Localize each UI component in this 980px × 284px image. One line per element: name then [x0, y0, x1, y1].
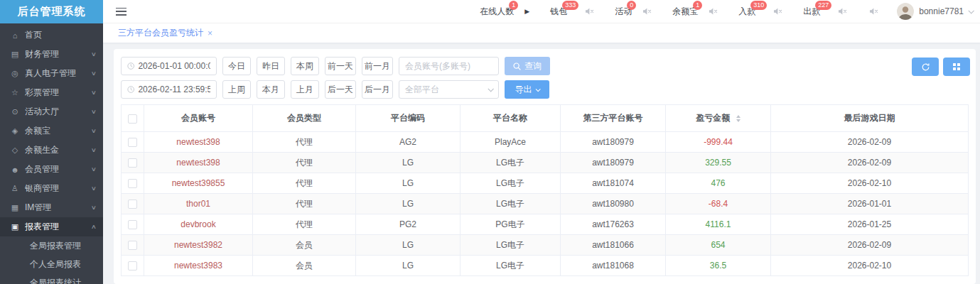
sidebar-subitem[interactable]: 全局报表管理: [0, 236, 103, 255]
row-checkbox[interactable]: [128, 200, 137, 209]
quick-range-button[interactable]: 前一天: [325, 57, 356, 75]
count-badge: 1: [693, 1, 702, 10]
sidebar-item[interactable]: ▣ 报表管理 ∧: [0, 217, 103, 236]
member-account-cell: newtest39855: [144, 173, 253, 194]
sidebar-item[interactable]: ♙ 银商管理 ∨: [0, 179, 103, 198]
member-type-cell: 会员: [253, 256, 356, 276]
sidebar-item[interactable]: ▤ 财务管理 ∨: [0, 45, 103, 64]
third-party-account-cell: awt181068: [561, 256, 666, 276]
member-account-link[interactable]: newtest39855: [172, 178, 225, 188]
search-button[interactable]: 查询: [505, 57, 550, 75]
quick-range-button[interactable]: 上月: [291, 80, 319, 99]
mute-speaker-icon[interactable]: [869, 7, 878, 16]
member-account-link[interactable]: thor01: [186, 199, 210, 209]
member-account-input[interactable]: [405, 61, 492, 71]
sidebar-subitem[interactable]: 个人全局报表: [0, 255, 103, 273]
page-content: 今日 昨日 本周 前一天 前一月: [103, 43, 980, 284]
mute-speaker-icon[interactable]: [838, 7, 847, 16]
count-badge: 1: [509, 1, 518, 10]
count-badge: 0: [627, 1, 636, 10]
last-game-date-cell: 2026-02-09: [771, 153, 969, 173]
quick-range-button[interactable]: 前一月: [362, 57, 393, 75]
third-party-account-cell: awt176263: [561, 214, 666, 235]
sidebar-item[interactable]: ☻ 会员管理 ∨: [0, 160, 103, 179]
sidebar-item[interactable]: ☆ 彩票管理 ∨: [0, 83, 103, 102]
checkbox-cell: [122, 235, 144, 256]
quick-range-button[interactable]: 本月: [257, 80, 285, 99]
profit-amount-cell: 654: [666, 235, 771, 256]
member-type-cell: 代理: [253, 153, 356, 173]
header-stat[interactable]: 入款 310: [738, 6, 782, 18]
sidebar-item[interactable]: ▦ IM管理 ∨: [0, 198, 103, 217]
export-button[interactable]: 导出: [505, 80, 549, 99]
platform-select[interactable]: 全部平台: [399, 80, 499, 99]
mute-speaker-icon[interactable]: [709, 7, 718, 16]
mute-speaker-icon[interactable]: [642, 7, 652, 16]
sidebar-item[interactable]: ◎ 真人电子管理 ∨: [0, 64, 103, 83]
header-stat[interactable]: 钱包 333: [550, 6, 594, 18]
last-game-date-cell: 2026-01-01: [771, 194, 969, 214]
table-row: newtest3982 会员 LG LG电子 awt181066 654 202…: [122, 235, 969, 256]
member-account-link[interactable]: newtest3982: [174, 240, 222, 250]
row-checkbox[interactable]: [128, 241, 137, 250]
header-stat[interactable]: 在线人数 1 ▶: [480, 6, 529, 18]
quick-range-button[interactable]: 昨日: [257, 57, 285, 75]
platform-name-cell: LG电子: [461, 173, 561, 194]
row-checkbox[interactable]: [128, 158, 137, 168]
row-checkbox[interactable]: [128, 261, 137, 271]
chevron-down-icon: [968, 8, 974, 13]
row-checkbox[interactable]: [128, 179, 137, 188]
column-settings-button[interactable]: [943, 58, 970, 76]
profit-amount-cell: -999.44: [666, 132, 771, 153]
select-all-checkbox[interactable]: [128, 114, 137, 124]
table-row: newtest398 代理 LG LG电子 awt180979 329.55 2…: [122, 153, 969, 173]
sidebar-item[interactable]: ⌂ 首页: [0, 26, 103, 45]
yue-shengjin-icon: ◇: [10, 146, 20, 155]
platform-code-cell: LG: [356, 194, 461, 214]
header-stat[interactable]: 余额宝 1: [672, 6, 718, 18]
quick-range-button[interactable]: 今日: [222, 57, 251, 75]
count-badge: 333: [562, 1, 578, 10]
header-stat[interactable]: [868, 7, 878, 16]
chevron-icon: ∨: [91, 166, 97, 173]
platform-name-cell: LG电子: [461, 194, 561, 214]
sidebar-item[interactable]: ◇ 余额生金 ∨: [0, 141, 103, 160]
tab-close-icon[interactable]: ×: [208, 28, 212, 38]
date-to-field: [121, 80, 217, 99]
quick-range-button[interactable]: 后一天: [325, 80, 356, 99]
member-type-cell: 代理: [253, 132, 356, 153]
play-icon[interactable]: ▶: [524, 8, 529, 15]
sidebar-subitem[interactable]: 全局报表统计: [0, 273, 103, 284]
header-stat[interactable]: 出款 227: [803, 6, 847, 18]
member-account-link[interactable]: devbrook: [181, 219, 215, 229]
quick-range-button[interactable]: 本周: [291, 57, 319, 75]
tab-profit-statistics[interactable]: 三方平台会员盈亏统计 ×: [118, 27, 212, 39]
mute-speaker-icon[interactable]: [585, 7, 594, 16]
sidebar-item[interactable]: ⊙ 活动大厅 ∨: [0, 102, 103, 121]
member-account-link[interactable]: newtest398: [176, 158, 220, 168]
row-checkbox[interactable]: [128, 220, 137, 229]
member-account-cell: newtest398: [144, 153, 253, 173]
platform-name-cell: PG电子: [461, 214, 561, 235]
app-window: 后台管理系统 ⌂ 首页 ▤ 财务管理 ∨ ◎ 真人电子管理 ∨: [0, 0, 980, 284]
quick-range-button[interactable]: 上周: [222, 80, 251, 99]
member-account-link[interactable]: newtest3983: [174, 261, 222, 271]
mute-speaker-icon[interactable]: [773, 7, 782, 16]
quick-range-button[interactable]: 后一月: [362, 80, 393, 99]
row-checkbox[interactable]: [128, 138, 137, 147]
third-party-account-cell: awt180979: [561, 153, 666, 173]
date-from-input[interactable]: [138, 61, 210, 71]
tab-label: 三方平台会员盈亏统计: [118, 27, 203, 39]
panel-tools: [912, 58, 970, 76]
sort-icon[interactable]: [736, 115, 741, 122]
platform-code-cell: LG: [356, 153, 461, 173]
header-stat[interactable]: 活动 0: [615, 6, 652, 18]
sidebar-item[interactable]: ◈ 余额宝 ∨: [0, 121, 103, 141]
date-to-input[interactable]: [138, 84, 210, 94]
user-menu[interactable]: bonnie7781: [897, 3, 973, 20]
refresh-button[interactable]: [912, 58, 939, 76]
menu-toggle-icon[interactable]: [116, 8, 126, 16]
member-account-link[interactable]: newtest398: [176, 137, 220, 147]
table-row: devbrook 代理 PG2 PG电子 awt176263 4116.1 20…: [122, 214, 969, 235]
chevron-icon: ∨: [91, 128, 97, 134]
